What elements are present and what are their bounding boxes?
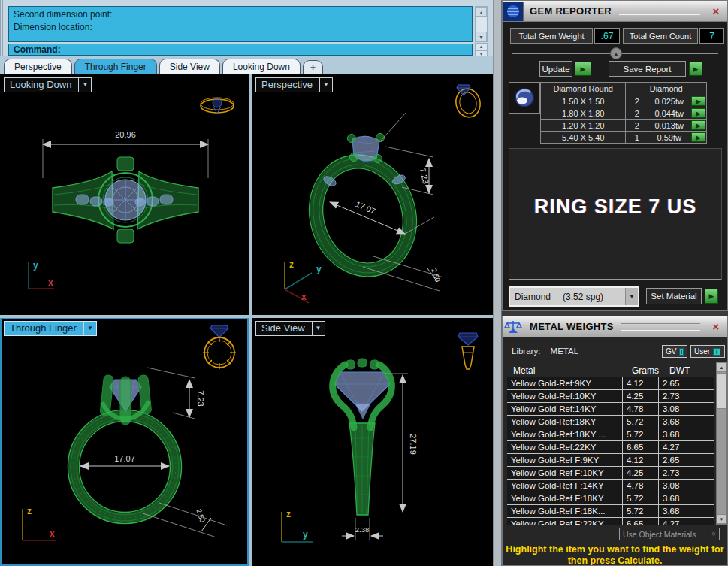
metal-table-row[interactable]: Yellow Gold-Ref F:22KY 6.65 4.27 xyxy=(507,518,714,525)
metal-name-cell: Yellow Gold-Ref:9KY xyxy=(507,377,623,389)
metal-name-cell: Yellow Gold-Ref:14KY xyxy=(507,403,623,415)
metal-table-row[interactable]: Yellow Gold-Ref:10KY 4.25 2.73 xyxy=(507,390,714,403)
ring-side-profile-drawing xyxy=(333,359,392,515)
tab-side-view[interactable]: Side View xyxy=(159,59,220,74)
material-dropdown[interactable]: Diamond (3.52 spg) ▼ xyxy=(509,286,639,307)
metal-table-row[interactable]: Yellow Gold-Ref F:18KY 5.72 3.68 xyxy=(507,492,714,505)
axis-icon: y x xyxy=(29,260,54,289)
tab-through-finger[interactable]: Through Finger xyxy=(74,59,157,74)
save-report-button[interactable]: Save Report xyxy=(609,61,686,77)
viewport-label-through-finger[interactable]: Through Finger ▼ xyxy=(4,321,97,336)
chevron-down-icon[interactable]: ▼ xyxy=(78,78,91,92)
viewport-label-looking-down[interactable]: Looking Down ▼ xyxy=(4,77,92,92)
metal-table-header: Metal Grams DWT xyxy=(507,362,714,377)
gem-row-run-icon[interactable]: ▶ xyxy=(691,120,705,130)
dropdown-arrow-icon[interactable]: ▼ xyxy=(625,288,638,305)
gem-count-cell: 2 xyxy=(626,95,648,107)
metal-table-row[interactable]: Yellow Gold-Ref:18KY 5.72 3.68 xyxy=(507,416,714,428)
update-button[interactable]: Update xyxy=(539,61,572,77)
scroll-down-icon[interactable]: ▼ xyxy=(717,514,726,524)
ring-orientation-icon xyxy=(458,333,478,369)
tab-perspective[interactable]: Perspective xyxy=(4,59,72,74)
gem-row-run-icon[interactable]: ▶ xyxy=(691,132,705,142)
gem-weight-cell: 0.59tw xyxy=(648,132,690,144)
gem-table-row[interactable]: 5.40 X 5.40 1 0.59tw ▶ xyxy=(541,132,707,144)
metal-table-row[interactable]: Yellow Gold-Ref:14KY 4.78 3.08 xyxy=(507,403,714,416)
chevron-down-icon[interactable]: ▼ xyxy=(312,322,325,335)
axis-icon: z x xyxy=(23,506,56,540)
dwt-cell: 2.73 xyxy=(659,467,696,479)
chevron-down-icon[interactable]: ▼ xyxy=(83,322,96,335)
metal-name-cell: Yellow Gold-Ref F:18KY xyxy=(507,492,623,504)
scroll-up-icon[interactable]: ▲ xyxy=(476,7,487,17)
viewport-canvas-looking-down[interactable]: 20.96 xyxy=(0,74,249,315)
gv-button[interactable]: GV I xyxy=(662,345,687,358)
metal-table-scrollbar[interactable]: ▲ ▼ xyxy=(716,362,727,525)
grams-cell: 4.78 xyxy=(623,480,659,492)
viewport-label-perspective[interactable]: Perspective ▼ xyxy=(255,77,333,92)
axis-z-label: z xyxy=(27,506,32,516)
save-report-run-icon[interactable]: ▶ xyxy=(689,62,702,76)
hint-text: Highlight the item you want to find the … xyxy=(506,544,724,566)
metal-name-cell: Yellow Gold-Ref F:9KY xyxy=(507,454,623,466)
gem-reporter-icon xyxy=(503,2,524,21)
command-history-scrollbar[interactable]: ▲ ▼ xyxy=(475,6,488,42)
add-tab-button[interactable]: + xyxy=(303,60,323,74)
gem-row-run-icon[interactable]: ▶ xyxy=(691,96,705,106)
use-object-materials-toggle[interactable]: Use Object Materials ○ xyxy=(619,528,720,540)
dimension-17-07: 17.07 xyxy=(330,199,434,234)
spin-up-icon[interactable]: ▲ xyxy=(475,43,488,50)
gem-count-cell: 2 xyxy=(626,107,648,120)
close-icon[interactable]: × xyxy=(708,320,724,333)
command-input[interactable]: Command: xyxy=(8,44,473,56)
collapse-up-icon[interactable]: ▲ xyxy=(610,47,622,59)
metal-table-row[interactable]: Yellow Gold-Ref F:9KY 4.12 2.65 xyxy=(507,454,714,467)
gem-reporter-titlebar[interactable]: GEM REPORTER × xyxy=(503,1,727,22)
viewport-label-side-view[interactable]: Side View ▼ xyxy=(255,321,325,336)
gem-weight-cell: 0.044tw xyxy=(648,107,690,120)
set-material-run-icon[interactable]: ▶ xyxy=(705,289,718,304)
metal-table-row[interactable]: Yellow Gold-Ref:9KY 4.12 2.65 xyxy=(507,377,714,390)
scrollbar-thumb[interactable] xyxy=(717,373,726,409)
gem-reporter-panel: GEM REPORTER × Total Gem Weight .67 Tota… xyxy=(502,0,728,311)
metal-table-row[interactable]: Yellow Gold-Ref:18KY ... 5.72 3.68 xyxy=(507,428,714,441)
user-indicator-icon: I xyxy=(713,348,720,356)
update-run-icon[interactable]: ▶ xyxy=(575,62,591,76)
viewport-side-view: 27.19 2.38 xyxy=(252,318,493,566)
grams-cell: 5.72 xyxy=(623,492,659,504)
gem-table-row[interactable]: 1.20 X 1.20 2 0.013tw ▶ xyxy=(541,120,707,132)
viewport-canvas-side-view[interactable]: 27.19 2.38 xyxy=(252,318,493,566)
metal-name-cell: Yellow Gold-Ref F:10KY xyxy=(507,467,623,479)
close-icon[interactable]: × xyxy=(708,5,724,17)
gem-table: Diamond Round Diamond 1.50 X 1.50 2 0.02… xyxy=(540,82,707,144)
metal-table-row[interactable]: Yellow Gold-Ref F:14KY 4.78 3.08 xyxy=(507,480,714,492)
command-spinner[interactable]: ▲ ▼ xyxy=(475,43,488,56)
metal-weights-titlebar[interactable]: METAL WEIGHTS × xyxy=(503,316,727,337)
gem-table-row[interactable]: 1.80 X 1.80 2 0.044tw ▶ xyxy=(541,107,707,120)
metal-name-cell: Yellow Gold-Ref:18KY xyxy=(507,416,623,428)
grams-cell: 4.25 xyxy=(623,390,659,402)
metal-table-row[interactable]: Yellow Gold-Ref F:10KY 4.25 2.73 xyxy=(507,467,714,480)
gem-type-header: Diamond Round xyxy=(541,83,626,95)
scroll-down-icon[interactable]: ▼ xyxy=(476,32,487,41)
viewport-canvas-through-finger[interactable]: 7.23 17.07 2.50 xyxy=(0,318,249,566)
viewport-canvas-perspective[interactable]: 7.23 17.07 2.50 xyxy=(252,74,493,315)
gem-table-row[interactable]: 1.50 X 1.50 2 0.025tw ▶ xyxy=(541,95,707,107)
tab-looking-down[interactable]: Looking Down xyxy=(222,59,301,74)
library-value: METAL xyxy=(551,347,579,356)
command-history[interactable]: Second dimension point: Dimension locati… xyxy=(8,6,473,42)
axis-x-label: x xyxy=(50,528,55,539)
dwt-cell: 3.08 xyxy=(659,480,696,492)
chevron-down-icon[interactable]: ▼ xyxy=(319,78,332,92)
gem-row-run-icon[interactable]: ▶ xyxy=(691,108,705,118)
metal-table-row[interactable]: Yellow Gold-Ref F:18K... 5.72 3.68 xyxy=(507,505,714,518)
user-button[interactable]: User I xyxy=(690,345,725,358)
material-name: Diamond xyxy=(510,292,551,302)
panel-splitter[interactable] xyxy=(493,0,502,566)
dwt-cell: 3.68 xyxy=(659,505,696,517)
metal-table-row[interactable]: Yellow Gold-Ref:22KY 6.65 4.27 xyxy=(507,441,714,454)
set-material-button[interactable]: Set Material xyxy=(646,288,702,304)
gem-weight-cell: 0.025tw xyxy=(648,95,690,107)
material-spg: (3.52 spg) xyxy=(563,292,625,302)
scroll-up-icon[interactable]: ▲ xyxy=(717,362,726,372)
